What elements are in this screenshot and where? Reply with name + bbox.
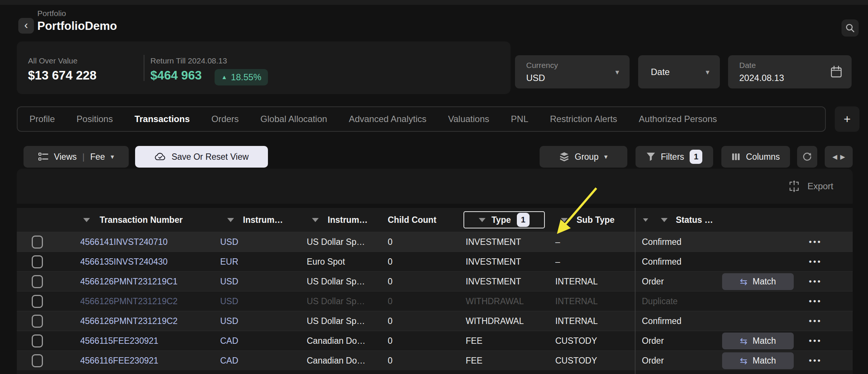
calendar-icon [830, 55, 843, 88]
tab-profile[interactable]: Profile [29, 114, 55, 124]
instrument-currency-link[interactable]: USD [220, 311, 238, 331]
transaction-number-link[interactable]: 4566135INVST240430 [80, 252, 168, 271]
row-actions-button[interactable]: ••• [802, 232, 828, 252]
sub-type: INTERNAL [555, 292, 598, 311]
tab-global-allocation[interactable]: Global Allocation [260, 114, 327, 124]
tab-pnl[interactable]: PNL [511, 114, 528, 124]
type-filter-count-badge: 1 [517, 213, 530, 227]
sub-type: CUSTODY [555, 331, 597, 350]
search-icon [845, 23, 855, 33]
table-row: 4566126PMNT231219C1USDUS Dollar Sp…0INVE… [17, 271, 853, 291]
transaction-number-link[interactable]: 4566116FEE230921 [80, 351, 158, 370]
instrument-currency-link[interactable]: CAD [220, 351, 238, 370]
row-checkbox[interactable] [32, 334, 43, 347]
date-picker[interactable]: Date 2024.08.13 [728, 55, 852, 88]
instrument-currency-link[interactable]: CAD [220, 331, 238, 350]
pager-button[interactable]: ◀ ▶ [825, 146, 853, 168]
child-count: 0 [388, 272, 393, 291]
chevron-left-icon: ‹ [24, 19, 28, 31]
save-or-reset-view-button[interactable]: Save Or Reset View [135, 146, 268, 168]
column-status[interactable]: Status … [676, 208, 713, 232]
chevron-down-icon: ▾ [604, 153, 608, 161]
transaction-number-link[interactable]: 4566126PMNT231219C2 [80, 292, 178, 311]
column-instrument-currency[interactable]: Instrum… [243, 208, 283, 232]
row-actions-button[interactable]: ••• [802, 351, 828, 370]
match-button[interactable]: ⇆Match [722, 273, 794, 290]
group-button[interactable]: Group ▾ [540, 146, 627, 168]
tab-valuations[interactable]: Valuations [448, 114, 489, 124]
transaction-number-link[interactable]: 4566126PMNT231219C1 [80, 272, 178, 291]
child-count: 0 [388, 351, 393, 370]
column-menu-icon[interactable] [479, 218, 485, 222]
column-menu-icon[interactable] [643, 218, 648, 222]
transaction-number-link[interactable]: 4566141INVST240710 [80, 232, 168, 252]
all-over-value: $13 674 228 [28, 68, 97, 82]
refresh-button[interactable] [797, 146, 817, 168]
tab-authorized-persons[interactable]: Authorized Persons [639, 114, 717, 124]
column-transaction-number[interactable]: Transaction Number [100, 208, 182, 232]
tab-orders[interactable]: Orders [211, 114, 238, 124]
column-menu-icon[interactable] [227, 218, 234, 222]
tab-positions[interactable]: Positions [77, 114, 113, 124]
currency-select[interactable]: Currency USD ▾ [515, 55, 630, 88]
back-button[interactable]: ‹ [18, 18, 34, 34]
export-button[interactable]: Export [788, 169, 833, 204]
plus-icon: + [844, 112, 851, 126]
column-menu-icon[interactable] [661, 218, 668, 222]
group-label: Group [575, 152, 599, 162]
row-actions-button[interactable]: ••• [802, 292, 828, 311]
row-actions-button[interactable]: ••• [802, 272, 828, 291]
views-separator: | [82, 152, 85, 162]
column-menu-icon[interactable] [561, 218, 568, 222]
row-checkbox[interactable] [32, 236, 43, 249]
cloud-check-icon [154, 152, 166, 161]
views-icon [38, 152, 49, 161]
column-child-count[interactable]: Child Count [388, 208, 436, 232]
filters-count-badge: 1 [690, 150, 702, 164]
stats-divider [144, 55, 144, 81]
column-sub-type[interactable]: Sub Type [577, 208, 615, 232]
column-menu-icon[interactable] [312, 218, 319, 222]
row-checkbox[interactable] [32, 354, 43, 367]
row-actions-button[interactable]: ••• [802, 311, 828, 331]
add-tab-button[interactable]: + [835, 106, 859, 132]
match-label: Match [753, 277, 776, 287]
row-checkbox[interactable] [32, 315, 43, 328]
date-mode-select[interactable]: Date ▾ [638, 55, 720, 88]
instrument-currency-link[interactable]: USD [220, 232, 238, 252]
table-row: 4566126PMNT231219C2USDUS Dollar Sp…0WITH… [17, 291, 853, 311]
column-instrument-name[interactable]: Instrum… [328, 208, 368, 232]
instrument-name: US Dollar Sp… [307, 272, 365, 291]
row-actions-button[interactable]: ••• [802, 331, 828, 350]
export-bar: Export [17, 169, 853, 204]
transaction-number-link[interactable]: 4566126PMNT231219C2 [80, 311, 178, 331]
child-count: 0 [388, 232, 393, 252]
views-button[interactable]: Views | Fee ▾ [24, 146, 129, 168]
filters-button[interactable]: Filters 1 [636, 146, 713, 168]
search-button[interactable] [842, 19, 859, 37]
transaction-number-link[interactable]: 4566115FEE230921 [80, 331, 158, 350]
row-checkbox[interactable] [32, 255, 43, 268]
tab-transactions[interactable]: Transactions [134, 114, 190, 124]
match-button[interactable]: ⇆Match [722, 352, 794, 369]
instrument-currency-link[interactable]: EUR [220, 252, 238, 271]
currency-select-value: USD [526, 73, 545, 83]
date-picker-label: Date [739, 61, 756, 70]
row-checkbox[interactable] [32, 275, 43, 288]
column-menu-icon[interactable] [83, 218, 90, 222]
match-button[interactable]: ⇆Match [722, 333, 794, 349]
status: Duplicate [642, 292, 678, 311]
columns-label: Columns [746, 152, 780, 162]
status: Confirmed [642, 311, 681, 331]
instrument-currency-link[interactable]: USD [220, 292, 238, 311]
columns-button[interactable]: Columns [721, 146, 790, 168]
instrument-currency-link[interactable]: USD [220, 272, 238, 291]
table-row: 4566141INVST240710USDUS Dollar Sp…0INVES… [17, 232, 853, 252]
row-actions-button[interactable]: ••• [802, 252, 828, 271]
status: Order [642, 272, 664, 291]
column-type-filter-box[interactable]: Type 1 [463, 211, 545, 228]
row-checkbox[interactable] [32, 295, 43, 308]
tab-advanced-analytics[interactable]: Advanced Analytics [349, 114, 427, 124]
tab-restriction-alerts[interactable]: Restriction Alerts [550, 114, 617, 124]
filters-label: Filters [661, 152, 684, 162]
